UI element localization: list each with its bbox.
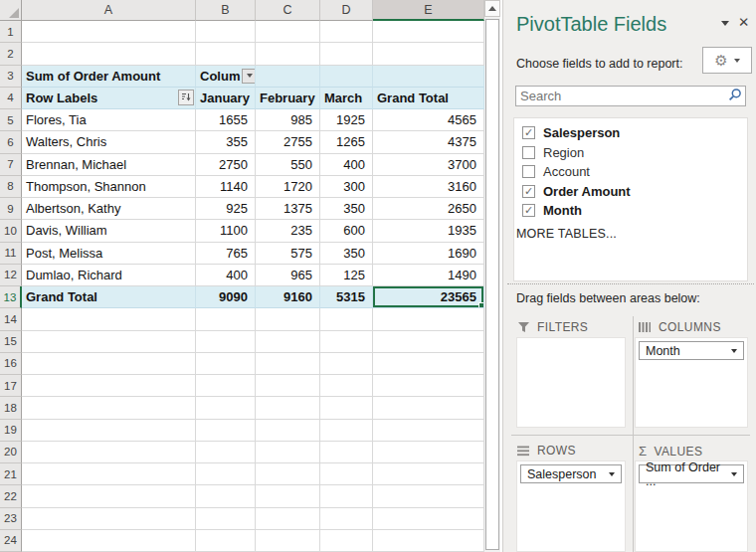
row-header-24[interactable]: 24 xyxy=(0,530,22,552)
column-header-B[interactable]: B xyxy=(196,0,256,21)
row-header-5[interactable]: 5 xyxy=(0,109,22,131)
cell-C14[interactable] xyxy=(256,308,320,330)
column-labels-filter-button[interactable] xyxy=(242,69,256,84)
cell-E2[interactable] xyxy=(373,43,484,65)
cell-E17[interactable] xyxy=(373,375,484,397)
cell-D1[interactable] xyxy=(320,21,373,43)
cell-D15[interactable] xyxy=(320,331,373,353)
cell-E16[interactable] xyxy=(373,353,484,375)
cell-E8[interactable]: 3160 xyxy=(373,176,484,198)
cell-C23[interactable] xyxy=(256,508,320,530)
cell-B18[interactable] xyxy=(196,397,256,419)
checked-checkbox[interactable]: ✓ xyxy=(522,185,535,198)
cell-A18[interactable] xyxy=(22,397,196,419)
cell-D5[interactable]: 1925 xyxy=(320,109,373,131)
cell-B2[interactable] xyxy=(196,43,256,65)
cell-C4[interactable]: February xyxy=(256,88,320,109)
cell-D19[interactable] xyxy=(320,420,373,442)
cell-B12[interactable]: 400 xyxy=(196,265,256,286)
cell-A1[interactable] xyxy=(22,21,196,43)
more-tables-link[interactable]: MORE TABLES... xyxy=(516,227,617,241)
column-header-A[interactable]: A xyxy=(22,0,196,21)
cell-C1[interactable] xyxy=(256,21,320,43)
cell-C15[interactable] xyxy=(256,331,320,353)
unchecked-checkbox[interactable] xyxy=(522,165,535,178)
field-item-account[interactable]: Account xyxy=(514,162,747,182)
row-header-7[interactable]: 7 xyxy=(0,154,22,176)
cell-A24[interactable] xyxy=(22,530,196,552)
cell-D7[interactable]: 400 xyxy=(320,154,373,176)
scrollbar-thumb[interactable] xyxy=(485,19,499,550)
cell-C9[interactable]: 1375 xyxy=(256,198,320,220)
cell-A5[interactable]: Flores, Tia xyxy=(22,109,196,131)
row-header-15[interactable]: 15 xyxy=(0,331,22,353)
cell-E13[interactable]: 23565 xyxy=(373,286,484,308)
cell-B21[interactable] xyxy=(196,463,256,485)
cell-D14[interactable] xyxy=(320,308,373,330)
pill-dropdown-icon[interactable] xyxy=(609,472,615,476)
row-header-4[interactable]: 4 xyxy=(0,88,22,109)
cell-B1[interactable] xyxy=(196,21,256,43)
cell-E18[interactable] xyxy=(373,397,484,419)
cell-C24[interactable] xyxy=(256,530,320,552)
cell-B13[interactable]: 9090 xyxy=(196,286,256,308)
cell-D6[interactable]: 1265 xyxy=(320,131,373,153)
values-drop-zone[interactable]: Sum of Order ... xyxy=(635,460,748,552)
cell-E12[interactable]: 1490 xyxy=(373,265,484,286)
row-header-2[interactable]: 2 xyxy=(0,43,22,65)
cell-A6[interactable]: Walters, Chris xyxy=(22,131,196,153)
row-header-13[interactable]: 13 xyxy=(0,286,22,308)
cell-A8[interactable]: Thompson, Shannon xyxy=(22,176,196,198)
cell-B5[interactable]: 1655 xyxy=(196,109,256,131)
cell-E1[interactable] xyxy=(373,21,484,43)
cell-D2[interactable] xyxy=(320,43,373,65)
cell-B7[interactable]: 2750 xyxy=(196,154,256,176)
cell-D10[interactable]: 600 xyxy=(320,220,373,242)
cell-B20[interactable] xyxy=(196,442,256,463)
tools-button[interactable]: ⚙ xyxy=(702,47,752,74)
cell-C13[interactable]: 9160 xyxy=(256,286,320,308)
cell-B3[interactable]: Colum xyxy=(196,66,256,88)
cell-B4[interactable]: January xyxy=(196,88,256,109)
cell-B15[interactable] xyxy=(196,331,256,353)
cell-C20[interactable] xyxy=(256,442,320,463)
field-pill-rows[interactable]: Salesperson xyxy=(520,464,622,483)
cell-D20[interactable] xyxy=(320,442,373,463)
cell-B14[interactable] xyxy=(196,308,256,330)
cell-C21[interactable] xyxy=(256,463,320,485)
field-item-region[interactable]: Region xyxy=(514,143,747,163)
cell-E10[interactable]: 1935 xyxy=(373,220,484,242)
cell-E23[interactable] xyxy=(373,508,484,530)
row-header-11[interactable]: 11 xyxy=(0,243,22,265)
cell-D24[interactable] xyxy=(320,530,373,552)
row-header-17[interactable]: 17 xyxy=(0,375,22,397)
field-item-salesperson[interactable]: ✓Salesperson xyxy=(514,123,747,143)
column-header-D[interactable]: D xyxy=(320,0,373,21)
cell-C10[interactable]: 235 xyxy=(256,220,320,242)
select-all-button[interactable] xyxy=(0,0,22,21)
cell-A21[interactable] xyxy=(22,463,196,485)
scroll-up-button[interactable] xyxy=(484,0,500,17)
cell-A23[interactable] xyxy=(22,508,196,530)
cell-E21[interactable] xyxy=(373,463,484,485)
cell-A15[interactable] xyxy=(22,331,196,353)
cell-E24[interactable] xyxy=(373,530,484,552)
row-header-9[interactable]: 9 xyxy=(0,198,22,220)
cell-C7[interactable]: 550 xyxy=(256,154,320,176)
rows-drop-zone[interactable]: Salesperson xyxy=(516,460,626,552)
cell-D4[interactable]: March xyxy=(320,88,373,109)
vertical-scrollbar[interactable] xyxy=(484,0,500,552)
cell-B11[interactable]: 765 xyxy=(196,243,256,265)
cell-C16[interactable] xyxy=(256,353,320,375)
cell-E9[interactable]: 2650 xyxy=(373,198,484,220)
filters-drop-zone[interactable] xyxy=(516,337,626,428)
cell-D11[interactable]: 350 xyxy=(320,243,373,265)
cell-A22[interactable] xyxy=(22,485,196,507)
cell-B24[interactable] xyxy=(196,530,256,552)
cell-E15[interactable] xyxy=(373,331,484,353)
cell-E3[interactable] xyxy=(373,66,484,88)
row-header-20[interactable]: 20 xyxy=(0,442,22,463)
cell-A13[interactable]: Grand Total xyxy=(22,286,196,308)
cell-B10[interactable]: 1100 xyxy=(196,220,256,242)
cell-C12[interactable]: 965 xyxy=(256,265,320,286)
